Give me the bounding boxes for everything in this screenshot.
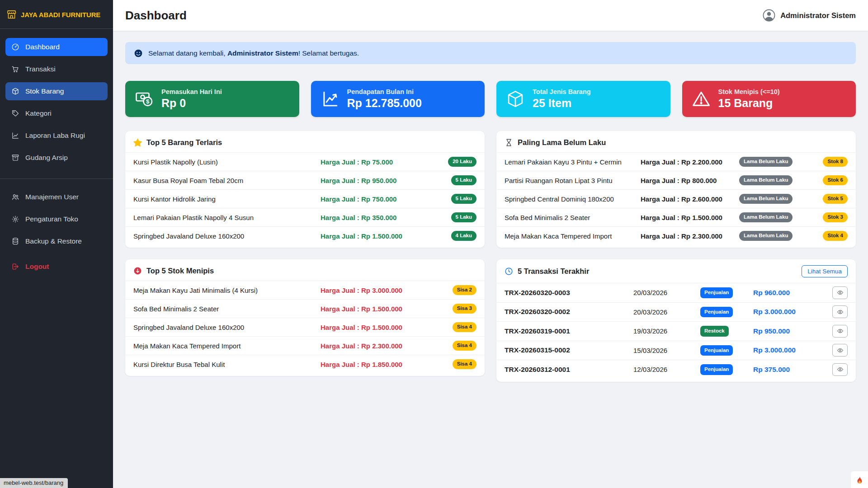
transaction-row: TRX-20260315-0002 15/03/2026 Penjualan R… [496,341,856,360]
topbar: Dashboard Administrator Sistem [113,0,868,31]
view-transaction-button[interactable] [832,325,848,338]
stat-card-stok-menipis: Stok Menipis (<=10) 15 Barang [682,81,856,117]
sidebar-item[interactable]: Dashboard [5,38,108,56]
box-icon [506,89,525,108]
card-header: 5 Transaksi Terakhir Lihat Semua [496,259,856,283]
logout-icon [11,263,19,271]
item-name: Sofa Bed Minimalis 2 Seater [133,305,321,313]
item-price: Harga Jual : Rp 1.500.000 [321,324,436,331]
item-price: Harga Jual : Rp 2.600.000 [641,195,739,203]
sidebar-item-label: Transaksi [25,65,56,73]
sidebar-item-icon [11,193,19,201]
item-price: Harga Jual : Rp 2.300.000 [641,232,739,240]
item-name: Kasur Busa Royal Foam Tebal 20cm [133,177,321,184]
sidebar-item-icon [11,154,19,162]
sidebar-nav-secondary: Manajemen User Pengaturan Toko Backup & … [0,188,113,250]
sidebar-item[interactable]: Backup & Restore [5,232,108,250]
stat-cards: $ Pemasukan Hari Ini Rp 0 Pendapatan Bul… [125,81,856,117]
sidebar-nav: Dashboard Transaksi Stok Barang Kategori… [0,38,113,167]
item-name: Meja Makan Kaca Tempered Import [505,232,641,240]
sidebar-item-icon [11,109,19,117]
item-price: Harga Jual : Rp 3.000.000 [321,286,436,294]
item-price: Harga Jual : Rp 1.850.000 [321,361,436,368]
content: Selamat datang kembali, Administrator Si… [113,31,868,393]
stat-title: Total Jenis Barang [533,88,591,95]
star-icon [133,138,142,147]
user-menu[interactable]: Administrator Sistem [762,9,856,22]
card-belum-laku: Paling Lama Belum Laku Lemari Pakaian Ka… [496,131,856,248]
stat-value: 25 Item [533,97,591,110]
transaction-code: TRX-20260312-0001 [505,366,633,374]
sidebar-item-logout[interactable]: Logout [5,258,108,276]
svg-text:$: $ [146,98,150,105]
card-barang-terlaris: Top 5 Barang Terlaris Kursi Plastik Napo… [125,131,485,248]
sidebar-item[interactable]: Pengaturan Toko [5,210,108,228]
view-all-button[interactable]: Lihat Semua [802,265,848,277]
sidebar-item[interactable]: Kategori [5,104,108,122]
card-transaksi: 5 Transaksi Terakhir Lihat Semua TRX-202… [496,259,856,382]
welcome-text: Selamat datang kembali, Administrator Si… [148,49,359,57]
transaction-code: TRX-20260320-0003 [505,289,633,297]
table-row: Meja Makan Kaca Tempered Import Harga Ju… [496,226,856,245]
card-header: Top 5 Stok Menipis [125,259,485,281]
view-transaction-button[interactable] [832,344,848,357]
item-name: Springbed Javaland Deluxe 160x200 [133,324,321,331]
link-preview-statusbar: mebel-web.test/barang [0,478,68,488]
status-badge: Lama Belum Laku [739,194,793,204]
sidebar-item-label: Backup & Restore [25,237,82,245]
transaction-type-badge: Penjualan [700,307,733,318]
sold-badge: 5 Laku [451,212,476,223]
user-name: Administrator Sistem [780,11,856,20]
transaction-date: 20/03/2026 [633,289,700,296]
stat-value: Rp 0 [161,97,222,110]
table-row: Springbed Javaland Deluxe 160x200 Harga … [125,226,485,245]
item-name: Springbed Central Dominiq 180x200 [505,195,641,203]
item-name: Partisi Ruangan Rotan Lipat 3 Pintu [505,177,641,184]
stock-badge: Stok 3 [823,212,848,223]
sidebar-item[interactable]: Laporan Laba Rugi [5,127,108,145]
table-row: Meja Makan Kaca Tempered Import Harga Ju… [125,336,485,355]
transaction-date: 20/03/2026 [633,308,700,316]
table-row: Sofa Bed Minimalis 2 Seater Harga Jual :… [496,208,856,226]
item-price: Harga Jual : Rp 75.000 [321,158,436,166]
sidebar-item[interactable]: Stok Barang [5,82,108,100]
card-title: Top 5 Barang Terlaris [146,138,222,147]
terlaris-table: Kursi Plastik Napolly (Lusin) Harga Jual… [125,152,485,245]
eye-icon [837,289,844,296]
debugbar-flame-icon [855,474,864,485]
welcome-banner: Selamat datang kembali, Administrator Si… [125,42,856,64]
table-row: Kursi Plastik Napolly (Lusin) Harga Jual… [125,152,485,171]
chart-icon [321,89,340,108]
table-row: Lemari Pakaian Kayu 3 Pintu + Cermin Har… [496,152,856,171]
debugbar-toggle[interactable] [851,471,868,488]
stat-card-pemasukan: $ Pemasukan Hari Ini Rp 0 [125,81,299,117]
sidebar-item[interactable]: Manajemen User [5,188,108,206]
sidebar-item[interactable]: Gudang Arsip [5,149,108,167]
stat-title: Stok Menipis (<=10) [718,88,780,95]
transaction-amount: Rp 3.000.000 [753,346,832,354]
transaction-date: 15/03/2026 [633,347,700,354]
transaction-row: TRX-20260319-0001 19/03/2026 Restock Rp … [496,321,856,341]
item-price: Harga Jual : Rp 1.500.000 [321,232,436,240]
brand: JAYA ABADI FURNITURE [0,0,113,28]
table-row: Springbed Central Dominiq 180x200 Harga … [496,189,856,208]
stock-left-badge: Sisa 4 [453,359,476,370]
item-name: Lemari Pakaian Plastik Napolly 4 Susun [133,214,321,221]
sidebar-item-label: Manajemen User [25,193,79,201]
card-header: Paling Lama Belum Laku [496,131,856,152]
eye-icon [837,328,844,334]
item-name: Kursi Plastik Napolly (Lusin) [133,158,321,166]
stock-badge: Stok 8 [823,157,848,167]
item-price: Harga Jual : Rp 950.000 [321,177,436,184]
sold-badge: 5 Laku [451,175,476,186]
menipis-table: Meja Makan Kayu Jati Minimalis (4 Kursi)… [125,281,485,373]
view-transaction-button[interactable] [832,363,848,376]
table-row: Kasur Busa Royal Foam Tebal 20cm Harga J… [125,171,485,189]
sidebar-item-label: Stok Barang [25,87,64,95]
stat-title: Pemasukan Hari Ini [161,88,222,95]
view-transaction-button[interactable] [832,305,848,318]
sidebar-item[interactable]: Transaksi [5,60,108,78]
view-transaction-button[interactable] [832,286,848,299]
item-price: Harga Jual : Rp 2.200.000 [641,158,739,166]
eye-icon [837,366,844,373]
